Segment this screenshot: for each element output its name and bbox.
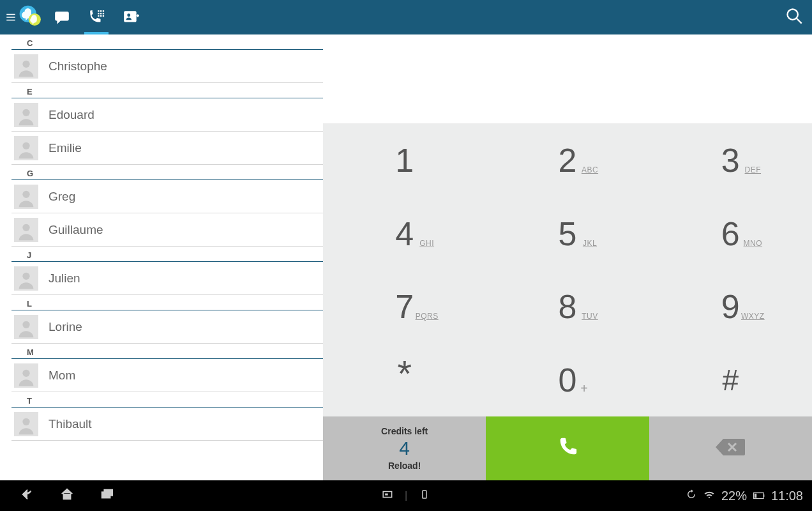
key-8[interactable]: 8TUV: [486, 270, 649, 344]
list-item[interactable]: Lorine: [11, 310, 323, 344]
key-9[interactable]: 9WXYZ: [649, 270, 812, 344]
key-digit: 0: [559, 361, 577, 399]
key-4[interactable]: 4GHI: [323, 197, 486, 271]
phone-icon: [557, 436, 578, 461]
svg-rect-7: [103, 13, 104, 14]
svg-rect-27: [104, 490, 112, 496]
svg-point-17: [22, 60, 29, 67]
key-1[interactable]: 1: [323, 124, 486, 197]
svg-rect-29: [385, 494, 388, 496]
tab-messages[interactable]: [45, 0, 79, 34]
section-header: G: [11, 165, 323, 180]
home-icon[interactable]: [60, 487, 74, 504]
key-digit: 7: [395, 287, 414, 326]
app-logo[interactable]: [18, 4, 45, 31]
main: C Christophe E Edouard Emilie G Greg Gui…: [0, 34, 812, 480]
search-icon[interactable]: [785, 7, 803, 27]
backspace-button[interactable]: [649, 416, 812, 480]
avatar: [14, 54, 38, 79]
credits-label: Credits left: [381, 426, 428, 436]
key-digit: 9: [721, 287, 740, 326]
contact-name: Greg: [49, 190, 75, 204]
list-item[interactable]: Christophe: [11, 50, 323, 83]
contact-name: Edouard: [49, 108, 94, 122]
avatar: [14, 103, 38, 127]
key-digit: 8: [559, 287, 577, 326]
key-letters: +: [580, 381, 588, 396]
key-3[interactable]: 3DEF: [649, 124, 812, 197]
key-digit: 5: [559, 215, 577, 253]
key-star[interactable]: *: [323, 344, 486, 417]
sync-icon: [686, 489, 697, 503]
svg-point-12: [127, 13, 130, 17]
number-display[interactable]: [323, 34, 812, 124]
svg-rect-5: [98, 13, 99, 14]
key-letters: JKL: [583, 239, 597, 248]
section-header: M: [11, 344, 323, 359]
battery-icon: [753, 490, 765, 501]
screenshot-icon[interactable]: [382, 489, 393, 503]
svg-point-24: [22, 369, 29, 376]
svg-rect-10: [103, 15, 104, 17]
avatar: [14, 315, 38, 339]
contact-name: Julien: [49, 271, 80, 286]
section-header: T: [11, 392, 323, 408]
svg-point-21: [22, 224, 29, 231]
key-hash[interactable]: #: [649, 344, 812, 417]
contact-name: Guillaume: [49, 223, 103, 237]
key-5[interactable]: 5JKL: [486, 197, 649, 271]
avatar: [14, 218, 38, 242]
small-apps-icon[interactable]: [419, 489, 430, 503]
contacts-list[interactable]: C Christophe E Edouard Emilie G Greg Gui…: [0, 34, 323, 480]
svg-point-25: [22, 418, 29, 425]
avatar: [14, 266, 38, 291]
avatar: [14, 412, 38, 436]
svg-point-22: [22, 272, 29, 279]
dialer-bottom: Credits left 4 Reload!: [323, 416, 812, 480]
backspace-icon: [714, 436, 746, 461]
credits-button[interactable]: Credits left 4 Reload!: [323, 416, 486, 480]
back-icon[interactable]: [20, 487, 34, 504]
key-letters: GHI: [419, 239, 434, 248]
list-item[interactable]: Mom: [11, 359, 323, 392]
svg-rect-2: [98, 10, 99, 11]
tab-dialer[interactable]: [79, 0, 114, 34]
key-6[interactable]: 6MNO: [649, 197, 812, 271]
avatar: [14, 136, 38, 160]
contact-name: Emilie: [49, 141, 82, 155]
menu-icon[interactable]: [4, 11, 18, 23]
key-digit: 4: [395, 215, 414, 253]
key-digit: 1: [395, 141, 414, 179]
list-item[interactable]: Guillaume: [11, 213, 323, 247]
section-header: J: [11, 247, 323, 262]
list-item[interactable]: Julien: [11, 262, 323, 295]
section-header: E: [11, 83, 323, 98]
credits-reload: Reload!: [388, 461, 421, 471]
avatar: [14, 185, 38, 209]
avatar: [14, 363, 38, 388]
recent-apps-icon[interactable]: [100, 487, 114, 504]
key-0[interactable]: 0+: [486, 344, 649, 417]
key-letters: DEF: [745, 165, 762, 174]
key-7[interactable]: 7PQRS: [323, 270, 486, 344]
svg-point-19: [22, 142, 29, 149]
contact-name: Christophe: [49, 59, 107, 73]
svg-rect-11: [124, 11, 137, 22]
battery-percent: 22%: [721, 489, 747, 503]
svg-rect-32: [763, 494, 764, 497]
list-item[interactable]: Greg: [11, 180, 323, 213]
clock-time: 11:08: [771, 489, 803, 503]
svg-rect-33: [755, 494, 756, 498]
key-2[interactable]: 2ABC: [486, 124, 649, 197]
key-letters: TUV: [582, 312, 598, 321]
list-item[interactable]: Thibault: [11, 408, 323, 441]
list-item[interactable]: Edouard: [11, 98, 323, 132]
system-navbar: | 22% 11:08: [0, 480, 812, 511]
tab-add-contact[interactable]: [114, 0, 148, 34]
call-button[interactable]: [486, 416, 649, 480]
list-item[interactable]: Emilie: [11, 132, 323, 165]
contact-name: Thibault: [49, 417, 92, 431]
dialer-panel: 1 2ABC 3DEF 4GHI 5JKL 6MNO 7PQRS 8TUV 9W…: [323, 34, 812, 480]
svg-line-16: [797, 19, 802, 24]
keypad: 1 2ABC 3DEF 4GHI 5JKL 6MNO 7PQRS 8TUV 9W…: [323, 124, 812, 416]
